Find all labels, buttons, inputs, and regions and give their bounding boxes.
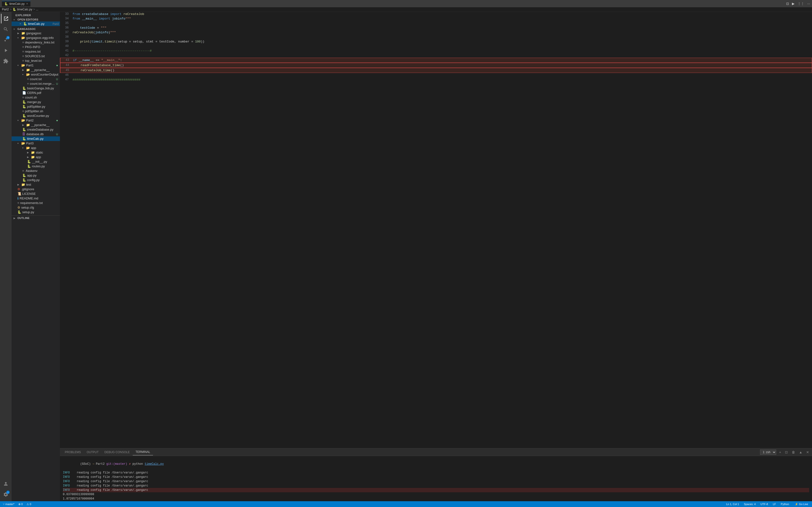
layout-icon[interactable]: ⋮⋮ [798, 2, 804, 6]
sidebar-item-timecalc[interactable]: 🐍 timeCalc.py [12, 136, 60, 141]
tab-terminal[interactable]: TERMINAL [133, 449, 153, 455]
sidebar-item-wordcounteroutput[interactable]: ▾ 📂 wordCounterOutput [12, 72, 60, 77]
run-icon[interactable]: ▶ [792, 2, 795, 6]
sidebar-item-egg-info[interactable]: ▾ 📂 gangagsoc.egg-info [12, 36, 60, 40]
status-eol[interactable]: LF [772, 503, 777, 506]
terminal-content[interactable]: (GSoC) → Part2 git:(master) ✗ python tim… [60, 456, 812, 501]
sidebar-item-basicganga[interactable]: 🐍 basicGanga.Job.py [12, 86, 60, 91]
extensions-icon[interactable] [1, 56, 11, 66]
sidebar-item-readme[interactable]: ℹ README.md [12, 196, 60, 201]
sidebar-item-init-py[interactable]: 🐍 __init__.py [12, 159, 60, 164]
sidebar-item-timecalc-tab[interactable]: ✕ 🐍 timeCalc.py Part2 [12, 21, 60, 26]
maximize-panel-button[interactable]: ▲ [798, 450, 803, 455]
sidebar-section-outline[interactable]: ▶ OUTLINE [12, 215, 60, 220]
status-errors[interactable]: ⊗ 0 [17, 503, 24, 506]
status-warnings[interactable]: ⚠ 0 [26, 503, 32, 506]
sidebar-item-sources[interactable]: ≡ SOURCES.txt [12, 54, 60, 58]
editor-tab[interactable]: 🐍 timeCalc.py ✕ [2, 1, 31, 6]
chevron-right-icon: ▶ [22, 124, 26, 126]
tab-debug-console[interactable]: DEBUG CONSOLE [101, 449, 133, 455]
sidebar-item-pdfsplitter-py[interactable]: 🐍 pdfSplitter.py [12, 104, 60, 109]
sidebar-item-flaskenv[interactable]: ≡ .flaskenv [12, 169, 60, 173]
split-editor-icon[interactable]: ⊡ [786, 2, 789, 6]
status-branch[interactable]: ⑂ master* [2, 503, 15, 506]
status-spaces[interactable]: Spaces: 4 [743, 503, 757, 506]
chevron-down-icon: ▾ [17, 142, 21, 145]
chevron-down-icon: ▾ [22, 73, 26, 76]
file-python-icon: 🐍 [4, 2, 8, 6]
basicganga-label: basicGanga.Job.py [27, 87, 60, 90]
line-content-36: testCode = """ [71, 25, 812, 30]
sidebar-item-gangagsoc-root[interactable]: ▾ GANGAGSOC [12, 27, 60, 31]
sidebar-item-pdfsplitter-sh[interactable]: ≡ pdfSplitter.sh [12, 109, 60, 113]
requires-label: requires.txt [25, 50, 60, 53]
sidebar-item-open-editors[interactable]: ▾ OPEN EDITORS [12, 18, 60, 21]
database-db-label: database.db [27, 132, 56, 136]
sidebar-item-app[interactable]: ▾ 📂 app [12, 146, 60, 150]
settings-icon[interactable]: 1 [1, 490, 11, 499]
sidebar-item-gitignore[interactable]: ⚙ .gitignore [12, 187, 60, 191]
sidebar-item-license[interactable]: 📜 LICENSE [12, 191, 60, 196]
source-control-icon[interactable]: 3 [1, 35, 11, 45]
sidebar-item-part1[interactable]: ▾ 📂 Part1 ● [12, 63, 60, 68]
close-file-icon[interactable]: ✕ [19, 22, 23, 25]
split-terminal-button[interactable]: ⊡ [784, 450, 789, 455]
sidebar-item-pkg-info[interactable]: ≡ PKG-INFO [12, 45, 60, 49]
sidebar-item-pycache2[interactable]: ▶ 📁 __pycache__ [12, 123, 60, 127]
sidebar-item-part3[interactable]: ▾ 📂 Part3 [12, 141, 60, 146]
status-encoding[interactable]: UTF-8 [760, 503, 769, 506]
sidebar-item-count-txt[interactable]: ≡ count.txt U [12, 77, 60, 81]
close-panel-button[interactable]: ✕ [805, 450, 810, 455]
sidebar-item-static[interactable]: ▶ 📁 static [12, 150, 60, 155]
folder-icon: 📁 [31, 155, 35, 159]
breadcrumb-sep1: > [10, 8, 12, 11]
sidebar-item-requires[interactable]: ≡ requires.txt [12, 49, 60, 54]
sidebar-item-requirements[interactable]: ≡ requirements.txt [12, 201, 60, 205]
tab-problems[interactable]: PROBLEMS [62, 449, 84, 455]
breadcrumb-ellipsis[interactable]: ... [36, 8, 38, 11]
python-icon: 🐍 [22, 137, 26, 140]
run-debug-icon[interactable] [1, 46, 11, 55]
sidebar-item-database-db[interactable]: 🗄 database.db U [12, 132, 60, 136]
sidebar-item-config-py[interactable]: 🐍 config.py [12, 178, 60, 182]
sidebar-item-setup-cfg[interactable]: ⚙ setup.cfg [12, 205, 60, 210]
status-language[interactable]: Python [780, 503, 790, 506]
sidebar-item-count-txt-merge[interactable]: ≡ count.txt.merge_s... U [12, 81, 60, 86]
text-file-icon: ≡ [17, 201, 19, 205]
sidebar-item-gangagsoc-folder[interactable]: ▶ 📁 gangagsoc [12, 31, 60, 36]
new-terminal-button[interactable]: + [778, 450, 782, 455]
breadcrumb-filename[interactable]: timeCalc.py [17, 8, 33, 11]
sidebar-item-part2[interactable]: ▾ 📂 Part2 ● [12, 118, 60, 123]
go-live-button[interactable]: ⚡ Go Live [793, 503, 810, 506]
sidebar-item-templates[interactable]: ▶ 📁 app [12, 155, 60, 159]
sidebar-item-merger[interactable]: 🐍 merger.py [12, 100, 60, 104]
sidebar-item-pycache1[interactable]: ▶ 📁 __pycache__ [12, 68, 60, 72]
open-editors-label: OPEN EDITORS [17, 18, 60, 21]
sidebar-item-top-level[interactable]: ≡ top_level.txt [12, 58, 60, 63]
search-icon[interactable] [1, 24, 11, 34]
sidebar-item-dependency-links[interactable]: ≡ dependency_links.txt [12, 40, 60, 45]
code-editor[interactable]: 33 from createDatabase import reCreateJo… [60, 12, 812, 448]
more-actions-icon[interactable]: ··· [807, 2, 810, 6]
accounts-icon[interactable] [1, 479, 11, 489]
sidebar-item-wordcounter[interactable]: 🐍 wordCounter.py [12, 113, 60, 118]
cern-label: CERN.pdf [27, 91, 60, 95]
line-number-40: 40 [60, 44, 71, 49]
status-cursor-pos[interactable]: Ln 1, Col 1 [725, 503, 740, 506]
tab-close-icon[interactable]: ✕ [26, 2, 28, 5]
line-content-34: from __main__ import jobinfo""" [71, 16, 812, 21]
kill-terminal-button[interactable]: 🗑 [791, 450, 796, 455]
sidebar-item-app-py[interactable]: 🐍 app.py [12, 173, 60, 178]
sidebar-item-routes[interactable]: 🐍 routes.py [12, 164, 60, 169]
sidebar-item-count-sh[interactable]: ≡ count.sh [12, 95, 60, 100]
text-file-icon: ≡ [22, 54, 24, 58]
sidebar-item-cern[interactable]: 📄 CERN.pdf [12, 91, 60, 95]
terminal-selector[interactable]: 1: zsh [760, 450, 776, 455]
init-py-label: __init__.py [32, 160, 60, 163]
sidebar-item-createdatabase[interactable]: 🐍 createDatabase.py [12, 127, 60, 132]
tab-output[interactable]: OUTPUT [84, 449, 101, 455]
breadcrumb-part2[interactable]: Part2 [2, 8, 9, 11]
sidebar-item-setup-py[interactable]: 🐍 setup.py [12, 210, 60, 214]
explorer-icon[interactable] [1, 14, 11, 23]
sidebar-item-test[interactable]: ▶ 📁 test [12, 182, 60, 187]
